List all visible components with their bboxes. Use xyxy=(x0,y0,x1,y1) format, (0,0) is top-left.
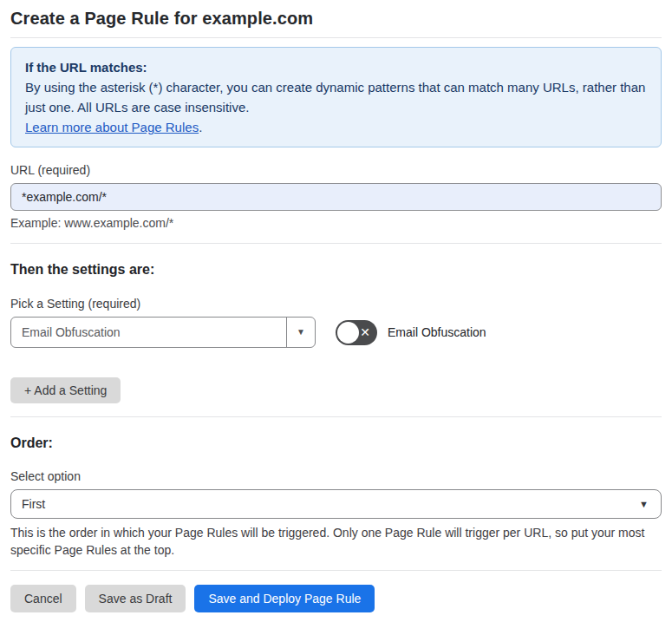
url-match-info-box: If the URL matches: By using the asteris… xyxy=(10,47,662,147)
url-input[interactable] xyxy=(10,183,662,211)
toggle-knob xyxy=(337,322,359,344)
footer-divider xyxy=(10,570,662,571)
info-link-line: Learn more about Page Rules. xyxy=(25,117,647,137)
setting-select-arrow-box[interactable]: ▼ xyxy=(286,318,315,347)
add-setting-button[interactable]: + Add a Setting xyxy=(10,377,121,403)
page-title: Create a Page Rule for example.com xyxy=(10,9,662,28)
chevron-down-icon: ▼ xyxy=(639,500,661,509)
order-select-value: First xyxy=(11,497,55,511)
settings-section-divider xyxy=(10,416,662,417)
url-example-helper: Example: www.example.com/* xyxy=(10,216,662,231)
setting-select-value: Email Obfuscation xyxy=(11,325,286,339)
settings-section-heading: Then the settings are: xyxy=(10,261,662,278)
chevron-down-icon: ▼ xyxy=(297,328,305,337)
toggle-label: Email Obfuscation xyxy=(388,325,486,339)
save-as-draft-button[interactable]: Save as Draft xyxy=(85,585,186,612)
title-divider xyxy=(10,37,662,38)
email-obfuscation-toggle[interactable]: ✕ xyxy=(336,320,377,345)
footer-actions: Cancel Save as Draft Save and Deploy Pag… xyxy=(10,585,662,612)
info-box-heading: If the URL matches: xyxy=(25,57,647,77)
link-suffix: . xyxy=(199,120,202,134)
url-section-divider xyxy=(10,243,662,244)
order-select-label: Select option xyxy=(10,469,662,484)
order-select[interactable]: First ▼ xyxy=(10,489,662,519)
url-field-label: URL (required) xyxy=(10,163,662,178)
pick-setting-label: Pick a Setting (required) xyxy=(10,297,662,311)
toggle-off-x-icon: ✕ xyxy=(360,326,370,338)
setting-row: Email Obfuscation ▼ ✕ Email Obfuscation xyxy=(10,317,662,348)
order-helper-text: This is the order in which your Page Rul… xyxy=(10,524,662,559)
setting-select[interactable]: Email Obfuscation ▼ xyxy=(10,317,316,348)
cancel-button[interactable]: Cancel xyxy=(10,585,76,612)
save-and-deploy-button[interactable]: Save and Deploy Page Rule xyxy=(194,585,375,612)
learn-more-link[interactable]: Learn more about Page Rules xyxy=(25,120,199,134)
order-section-heading: Order: xyxy=(10,435,662,451)
info-box-body: By using the asterisk (*) character, you… xyxy=(25,77,647,117)
